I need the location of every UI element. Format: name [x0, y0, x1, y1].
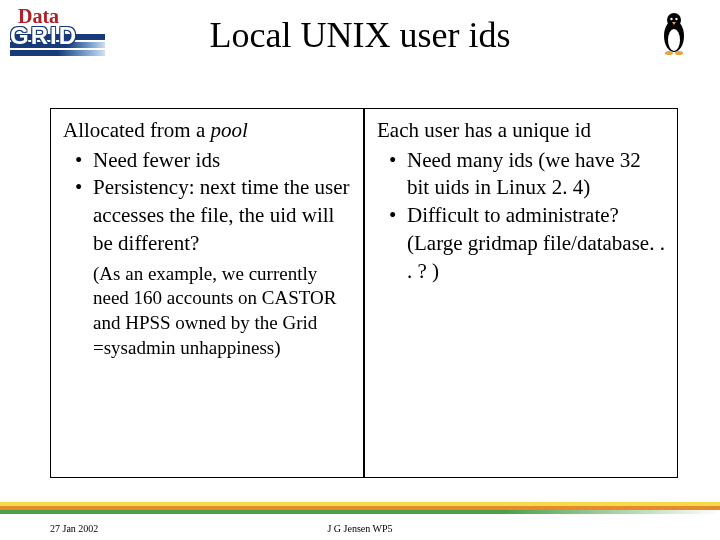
svg-point-4 — [675, 18, 677, 20]
right-bullet: Need many ids (we have 32 bit uids in Li… — [407, 147, 665, 202]
svg-point-1 — [668, 29, 680, 51]
right-column: Each user has a unique id Need many ids … — [364, 108, 678, 478]
footer-author: J G Jensen WP5 — [0, 523, 720, 534]
left-bullet: Need fewer ids — [93, 147, 351, 175]
left-bullet: Persistency: next time the user accesses… — [93, 174, 351, 257]
slide-title: Local UNIX user ids — [0, 14, 720, 56]
penguin-icon — [660, 10, 688, 56]
right-bullet: Difficult to administrate? (Large gridma… — [407, 202, 665, 285]
left-lead-em: pool — [211, 118, 248, 142]
left-lead: Allocated from a pool — [63, 117, 351, 145]
left-column: Allocated from a pool Need fewer ids Per… — [50, 108, 364, 478]
left-lead-pre: Allocated from a — [63, 118, 211, 142]
svg-point-3 — [670, 18, 672, 20]
svg-point-6 — [665, 51, 673, 55]
svg-point-7 — [675, 51, 683, 55]
left-example: (As an example, we currently need 160 ac… — [63, 262, 351, 361]
right-lead: Each user has a unique id — [377, 117, 665, 145]
footer-stripe — [0, 502, 720, 514]
